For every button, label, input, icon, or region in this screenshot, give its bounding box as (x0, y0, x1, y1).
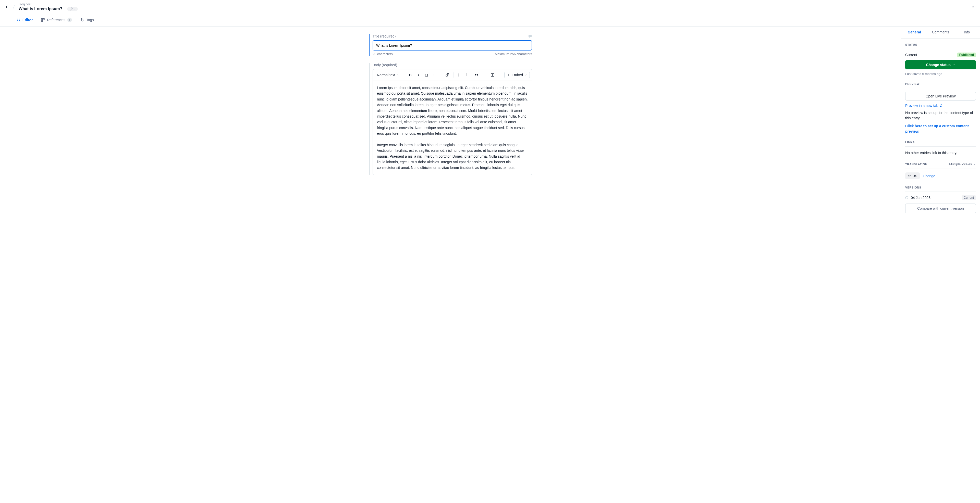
svg-point-12 (434, 75, 435, 75)
chevron-down-icon (973, 163, 976, 166)
hr-icon (482, 73, 487, 77)
table-button[interactable] (489, 71, 496, 79)
text-style-dropdown[interactable]: Normal text (375, 72, 401, 78)
character-max: Maximum 256 characters (495, 52, 532, 56)
comment-icon[interactable] (528, 34, 532, 38)
references-info-badge: i (67, 17, 72, 22)
locale-pill: en-US (905, 173, 920, 179)
change-locale-link[interactable]: Change (923, 174, 935, 178)
translation-heading: Translation Multiple locales (905, 162, 976, 169)
multiple-locales-dropdown[interactable]: Multiple locales (949, 162, 976, 166)
status-heading: Status (905, 43, 976, 49)
link-icon (70, 7, 73, 11)
body-field-label: Body (required) (372, 63, 397, 67)
editor-icon (16, 18, 21, 22)
title-input[interactable] (372, 40, 532, 51)
tab-tags[interactable]: Tags (76, 14, 98, 26)
svg-point-0 (972, 6, 973, 7)
preview-heading: Preview (905, 83, 976, 88)
svg-point-3 (17, 19, 18, 19)
italic-button[interactable]: I (415, 71, 422, 79)
page-title: What is Lorem Ipsum? (19, 6, 62, 11)
status-badge: Published (957, 52, 976, 57)
preview-not-setup-text: No preview is set up for the content typ… (905, 110, 976, 121)
version-current-badge: Current (962, 195, 976, 200)
open-live-preview-button[interactable]: Open Live Preview (905, 92, 976, 100)
compare-versions-button[interactable]: Compare with current version (905, 203, 976, 213)
svg-point-13 (435, 75, 436, 75)
character-count: 20 characters (372, 52, 393, 56)
status-current-label: Current (905, 53, 917, 57)
references-icon (41, 18, 45, 22)
bold-button[interactable]: B (407, 71, 414, 79)
quote-icon (474, 73, 478, 77)
numbered-list-button[interactable]: 123 (465, 71, 472, 79)
bullet-list-button[interactable] (456, 71, 463, 79)
last-saved-text: Last saved 6 months ago (905, 72, 976, 76)
sidebar-tab-comments[interactable]: Comments (928, 27, 954, 38)
svg-rect-8 (43, 19, 45, 20)
svg-point-4 (19, 19, 20, 19)
dots-icon (433, 73, 437, 77)
embed-button[interactable]: Embed (504, 72, 530, 78)
tag-icon (80, 18, 84, 22)
svg-point-6 (19, 21, 20, 21)
tab-references[interactable]: References i (37, 14, 76, 26)
tab-editor[interactable]: Editor (12, 14, 37, 26)
table-icon (490, 73, 495, 77)
svg-point-5 (17, 21, 18, 21)
chevron-down-icon (397, 74, 399, 76)
hr-button[interactable] (481, 71, 488, 79)
body-content[interactable]: Lorem ipsum dolor sit amet, consectetur … (373, 81, 532, 175)
preview-new-tab-link[interactable]: Preview in a new tab (905, 103, 942, 108)
link-button[interactable] (444, 71, 451, 79)
link-count-pill[interactable]: 0 (67, 6, 78, 11)
links-heading: Links (905, 141, 976, 147)
svg-point-1 (974, 6, 974, 7)
quote-button[interactable] (473, 71, 480, 79)
versions-heading: Versions (905, 186, 976, 192)
svg-text:3: 3 (466, 75, 467, 76)
chevron-down-icon (952, 63, 955, 66)
content-type-label: Blog post (19, 3, 78, 6)
svg-rect-9 (41, 21, 43, 22)
preview-setup-link[interactable]: Click here to set up a custom content pr… (905, 124, 976, 134)
svg-point-2 (975, 6, 975, 7)
change-status-button[interactable]: Change status (905, 60, 976, 69)
version-date: 04 Jan 2023 (911, 196, 931, 200)
plus-icon (507, 73, 510, 76)
more-icon[interactable] (971, 5, 976, 9)
bullet-list-icon (458, 73, 462, 77)
underline-button[interactable]: U (423, 71, 430, 79)
links-empty-text: No other entries link to this entry. (905, 150, 976, 156)
svg-point-11 (433, 75, 434, 75)
back-icon[interactable] (4, 4, 9, 10)
version-dot-icon (905, 196, 908, 199)
title-field-label: Title (required) (372, 34, 396, 38)
sidebar-tab-general[interactable]: General (901, 27, 928, 38)
breadcrumb-separator: / (13, 4, 14, 10)
numbered-list-icon: 123 (466, 73, 470, 77)
svg-point-10 (81, 19, 82, 19)
sidebar-tab-info[interactable]: Info (954, 27, 980, 38)
chevron-down-icon (525, 74, 527, 76)
link-icon (445, 73, 449, 77)
svg-rect-7 (41, 19, 43, 20)
external-link-icon (939, 104, 942, 107)
more-format-button[interactable] (431, 71, 438, 79)
